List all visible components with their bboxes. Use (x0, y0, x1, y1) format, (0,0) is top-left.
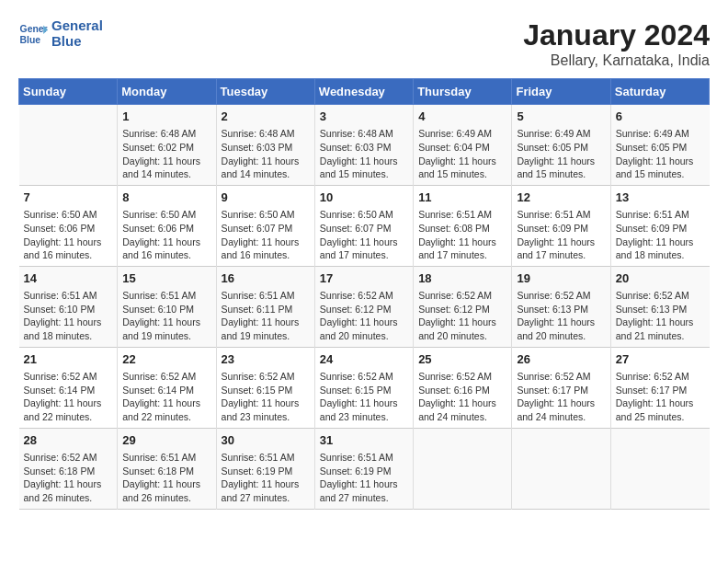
day-number: 19 (517, 270, 605, 287)
day-number: 13 (616, 190, 705, 206)
cell-info: Sunrise: 6:51 AMSunset: 6:09 PMDaylight:… (517, 208, 605, 262)
cell-info: Sunrise: 6:50 AMSunset: 6:07 PMDaylight:… (320, 208, 408, 262)
cell-info: Sunrise: 6:52 AMSunset: 6:17 PMDaylight:… (616, 370, 705, 424)
calendar-table: Sunday Monday Tuesday Wednesday Thursday… (18, 78, 710, 510)
col-sunday: Sunday (19, 79, 118, 105)
day-number: 23 (222, 351, 310, 368)
cell-info: Sunrise: 6:49 AMSunset: 6:05 PMDaylight:… (616, 127, 705, 181)
col-saturday: Saturday (610, 79, 709, 105)
calendar-cell: 20Sunrise: 6:52 AMSunset: 6:13 PMDayligh… (610, 266, 709, 347)
cell-info: Sunrise: 6:52 AMSunset: 6:15 PMDaylight:… (222, 370, 310, 424)
day-number: 24 (320, 351, 408, 368)
calendar-cell: 23Sunrise: 6:52 AMSunset: 6:15 PMDayligh… (216, 347, 314, 428)
day-number: 10 (320, 190, 408, 206)
day-number: 22 (122, 351, 210, 368)
calendar-cell (512, 428, 610, 509)
cell-info: Sunrise: 6:48 AMSunset: 6:03 PMDaylight:… (320, 127, 408, 181)
cell-info: Sunrise: 6:50 AMSunset: 6:06 PMDaylight:… (24, 208, 113, 262)
calendar-cell: 1Sunrise: 6:48 AMSunset: 6:02 PMDaylight… (118, 105, 216, 186)
calendar-cell: 29Sunrise: 6:51 AMSunset: 6:18 PMDayligh… (118, 428, 216, 509)
col-monday: Monday (118, 79, 216, 105)
col-wednesday: Wednesday (314, 79, 413, 105)
header-row: Sunday Monday Tuesday Wednesday Thursday… (19, 79, 710, 105)
cell-info: Sunrise: 6:52 AMSunset: 6:13 PMDaylight:… (616, 289, 705, 343)
logo-icon: General Blue (18, 19, 48, 49)
cell-info: Sunrise: 6:52 AMSunset: 6:12 PMDaylight:… (418, 289, 506, 343)
calendar-cell: 7Sunrise: 6:50 AMSunset: 6:06 PMDaylight… (19, 185, 118, 266)
day-number: 1 (122, 109, 210, 125)
calendar-week-row: 28Sunrise: 6:52 AMSunset: 6:18 PMDayligh… (19, 428, 710, 509)
cell-info: Sunrise: 6:51 AMSunset: 6:11 PMDaylight:… (222, 289, 310, 343)
calendar-cell: 16Sunrise: 6:51 AMSunset: 6:11 PMDayligh… (216, 266, 314, 347)
cell-info: Sunrise: 6:52 AMSunset: 6:12 PMDaylight:… (320, 289, 408, 343)
logo: General Blue General Blue (18, 18, 103, 49)
calendar-cell: 28Sunrise: 6:52 AMSunset: 6:18 PMDayligh… (19, 428, 118, 509)
calendar-cell: 2Sunrise: 6:48 AMSunset: 6:03 PMDaylight… (216, 105, 314, 186)
page-title: January 2024 (523, 18, 710, 52)
day-number: 18 (418, 270, 506, 287)
calendar-cell: 11Sunrise: 6:51 AMSunset: 6:08 PMDayligh… (414, 185, 512, 266)
calendar-cell: 14Sunrise: 6:51 AMSunset: 6:10 PMDayligh… (19, 266, 118, 347)
cell-info: Sunrise: 6:51 AMSunset: 6:10 PMDaylight:… (24, 289, 113, 343)
day-number: 28 (24, 432, 113, 449)
day-number: 31 (320, 432, 408, 449)
day-number: 26 (517, 351, 605, 368)
calendar-cell: 6Sunrise: 6:49 AMSunset: 6:05 PMDaylight… (610, 105, 709, 186)
cell-info: Sunrise: 6:48 AMSunset: 6:02 PMDaylight:… (122, 127, 210, 181)
page-subtitle: Bellary, Karnataka, India (523, 52, 710, 69)
cell-info: Sunrise: 6:50 AMSunset: 6:07 PMDaylight:… (222, 208, 310, 262)
calendar-cell: 9Sunrise: 6:50 AMSunset: 6:07 PMDaylight… (216, 185, 314, 266)
calendar-week-row: 7Sunrise: 6:50 AMSunset: 6:06 PMDaylight… (19, 185, 710, 266)
calendar-week-row: 1Sunrise: 6:48 AMSunset: 6:02 PMDaylight… (19, 105, 710, 186)
calendar-cell: 25Sunrise: 6:52 AMSunset: 6:16 PMDayligh… (414, 347, 512, 428)
calendar-cell: 5Sunrise: 6:49 AMSunset: 6:05 PMDaylight… (512, 105, 610, 186)
day-number: 29 (122, 432, 210, 449)
cell-info: Sunrise: 6:52 AMSunset: 6:17 PMDaylight:… (517, 370, 605, 424)
calendar-cell: 27Sunrise: 6:52 AMSunset: 6:17 PMDayligh… (610, 347, 709, 428)
calendar-cell: 19Sunrise: 6:52 AMSunset: 6:13 PMDayligh… (512, 266, 610, 347)
day-number: 27 (616, 351, 705, 368)
day-number: 6 (616, 109, 705, 125)
calendar-week-row: 14Sunrise: 6:51 AMSunset: 6:10 PMDayligh… (19, 266, 710, 347)
cell-info: Sunrise: 6:48 AMSunset: 6:03 PMDaylight:… (222, 127, 310, 181)
cell-info: Sunrise: 6:51 AMSunset: 6:10 PMDaylight:… (122, 289, 210, 343)
cell-info: Sunrise: 6:52 AMSunset: 6:15 PMDaylight:… (320, 370, 408, 424)
calendar-cell: 4Sunrise: 6:49 AMSunset: 6:04 PMDaylight… (414, 105, 512, 186)
cell-info: Sunrise: 6:49 AMSunset: 6:05 PMDaylight:… (517, 127, 605, 181)
day-number: 7 (24, 190, 113, 206)
day-number: 11 (418, 190, 506, 206)
day-number: 12 (517, 190, 605, 206)
cell-info: Sunrise: 6:52 AMSunset: 6:14 PMDaylight:… (122, 370, 210, 424)
col-tuesday: Tuesday (216, 79, 314, 105)
cell-info: Sunrise: 6:52 AMSunset: 6:16 PMDaylight:… (418, 370, 506, 424)
col-friday: Friday (512, 79, 610, 105)
cell-info: Sunrise: 6:51 AMSunset: 6:19 PMDaylight:… (320, 451, 408, 505)
calendar-cell: 8Sunrise: 6:50 AMSunset: 6:06 PMDaylight… (118, 185, 216, 266)
title-block: January 2024 Bellary, Karnataka, India (523, 18, 710, 69)
calendar-cell: 31Sunrise: 6:51 AMSunset: 6:19 PMDayligh… (314, 428, 413, 509)
calendar-cell: 30Sunrise: 6:51 AMSunset: 6:19 PMDayligh… (216, 428, 314, 509)
day-number: 16 (222, 270, 310, 287)
svg-text:Blue: Blue (20, 34, 41, 44)
col-thursday: Thursday (414, 79, 512, 105)
day-number: 20 (616, 270, 705, 287)
calendar-cell (19, 105, 118, 186)
logo-blue: Blue (51, 34, 103, 50)
calendar-cell (414, 428, 512, 509)
page-header: General Blue General Blue January 2024 B… (18, 18, 710, 69)
cell-info: Sunrise: 6:49 AMSunset: 6:04 PMDaylight:… (418, 127, 506, 181)
calendar-cell: 26Sunrise: 6:52 AMSunset: 6:17 PMDayligh… (512, 347, 610, 428)
calendar-cell: 10Sunrise: 6:50 AMSunset: 6:07 PMDayligh… (314, 185, 413, 266)
day-number: 21 (24, 351, 113, 368)
calendar-cell: 3Sunrise: 6:48 AMSunset: 6:03 PMDaylight… (314, 105, 413, 186)
day-number: 15 (122, 270, 210, 287)
cell-info: Sunrise: 6:52 AMSunset: 6:14 PMDaylight:… (24, 370, 113, 424)
calendar-cell (610, 428, 709, 509)
calendar-cell: 15Sunrise: 6:51 AMSunset: 6:10 PMDayligh… (118, 266, 216, 347)
calendar-cell: 22Sunrise: 6:52 AMSunset: 6:14 PMDayligh… (118, 347, 216, 428)
cell-info: Sunrise: 6:51 AMSunset: 6:18 PMDaylight:… (122, 451, 210, 505)
day-number: 17 (320, 270, 408, 287)
calendar-cell: 13Sunrise: 6:51 AMSunset: 6:09 PMDayligh… (610, 185, 709, 266)
calendar-week-row: 21Sunrise: 6:52 AMSunset: 6:14 PMDayligh… (19, 347, 710, 428)
calendar-cell: 17Sunrise: 6:52 AMSunset: 6:12 PMDayligh… (314, 266, 413, 347)
